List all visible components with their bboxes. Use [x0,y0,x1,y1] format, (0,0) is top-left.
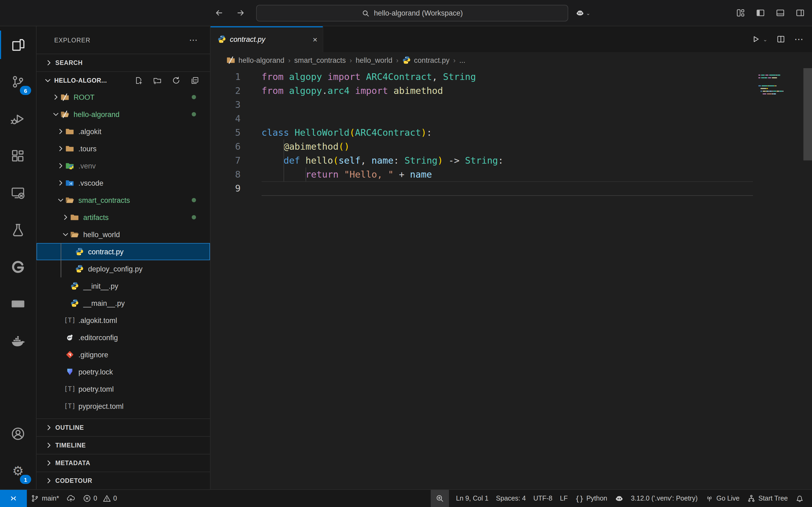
tree-item--init-py[interactable]: __init__.py [37,277,210,294]
breadcrumb-item[interactable]: smart_contracts [294,56,346,64]
tree-item-contract-py[interactable]: contract.py [37,243,210,260]
code-line-3 [261,98,812,112]
section-workspace[interactable]: HELLO-ALGOR... [37,72,210,89]
search-icon [361,9,370,17]
tab-contract-py[interactable]: contract.py × [210,26,323,52]
tree-item-deploy-config-py[interactable]: deploy_config.py [37,260,210,277]
zoom-status[interactable] [431,490,449,507]
activitybar-docker[interactable] [0,323,36,359]
language-mode[interactable]: {}Python [571,490,611,507]
collapse-all-icon[interactable] [191,76,199,84]
tree-item--algokit[interactable]: .algokit [37,123,210,140]
toggle-secondary-sidebar-icon[interactable] [796,9,805,17]
more-actions-icon[interactable]: ⋯ [189,35,198,45]
tree-item-smart-contracts[interactable]: smart_contracts [37,191,210,209]
code-line-1: from algopy import ARC4Contract, String [261,70,812,84]
new-folder-icon[interactable] [153,76,162,84]
tree-hierarchy-icon [747,494,756,503]
tree-item-poetry-toml[interactable]: [T]poetry.toml [37,380,210,398]
breadcrumb-item[interactable]: contract.py [402,56,450,64]
activitybar-algokit[interactable] [0,248,36,285]
tree-item-poetry-lock[interactable]: poetry.lock [37,363,210,380]
scrollbar[interactable] [803,68,812,160]
notifications[interactable] [792,490,808,507]
code-editor[interactable]: 123456789 from algopy import ARC4Contrac… [210,68,812,489]
section-label: SEARCH [55,60,83,66]
forward-arrow-icon[interactable] [236,9,245,17]
git-branch[interactable]: main* [27,490,63,507]
tab-bar: contract.py × ⌄ ⋯ [210,26,812,52]
tree-item--venv[interactable]: .venv [37,157,210,174]
toggle-primary-sidebar-icon[interactable] [756,9,765,17]
tree-item-hello-world[interactable]: hello_world [37,226,210,243]
tree-item--main-py[interactable]: __main__.py [37,294,210,312]
section-search[interactable]: SEARCH [37,54,210,72]
chevron-spacer [61,299,70,307]
python-interpreter[interactable]: 3.12.0 ('.venv': Poetry) [627,490,701,507]
activitybar-run-and-debug[interactable] [0,100,36,137]
activitybar-source-control[interactable]: 6 [0,63,36,100]
tree-item-root[interactable]: ROOT [37,89,210,106]
chevron-spacer [56,333,65,342]
breadcrumb-item[interactable]: hello-algorand [226,56,284,64]
publish-changes[interactable] [63,490,79,507]
split-editor-icon[interactable] [776,35,785,44]
customize-layout-icon[interactable] [736,9,745,17]
end-of-line[interactable]: LF [556,490,571,507]
section-timeline[interactable]: TIMELINE [37,436,210,454]
encoding[interactable]: UTF-8 [529,490,556,507]
chevron-right-icon [45,58,53,67]
tree-item-pyproject-toml[interactable]: [T]pyproject.toml [37,398,210,415]
tree-item--gitignore[interactable]: .gitignore [37,346,210,363]
command-center[interactable]: hello-algorand (Workspace) [256,5,568,21]
remote-indicator[interactable] [0,490,27,507]
toml-icon: [T] [65,385,74,393]
more-actions-icon[interactable]: ⋯ [794,34,803,45]
close-icon[interactable]: × [313,35,317,44]
activitybar-remote-explorer[interactable] [0,174,36,211]
back-arrow-icon[interactable] [215,9,223,17]
run-button-icon[interactable] [751,35,760,44]
activitybar-settings[interactable]: ⚙1 [0,452,36,489]
section-codetour[interactable]: CODETOUR [37,471,210,489]
new-file-icon[interactable] [134,76,143,84]
start-tree[interactable]: Start Tree [743,490,792,507]
copilot-menu[interactable]: ⌄ [576,0,591,26]
toggle-panel-icon[interactable] [776,9,784,17]
code-lines: from algopy import ARC4Contract, Stringf… [252,68,812,489]
activitybar-accounts[interactable] [0,415,36,452]
breadcrumb-separator: › [396,56,399,64]
file-label: .gitignore [79,351,108,359]
tree-item-artifacts[interactable]: artifacts [37,209,210,226]
breadcrumb-label: hello-algorand [239,56,284,64]
go-live[interactable]: Go Live [701,490,743,507]
chevron-right-icon [52,93,61,101]
git-modified-dot [192,198,196,202]
activitybar-dotenv[interactable]: .ENV [0,285,36,323]
tree-item-hello-algorand[interactable]: hello-algorand [37,106,210,123]
breadcrumb-item[interactable]: hello_world [356,56,393,64]
indentation[interactable]: Spaces: 4 [492,490,529,507]
breadcrumb-item[interactable]: ... [459,56,466,64]
tree-item--vscode[interactable]: .vscode [37,174,210,191]
activitybar-testing[interactable] [0,211,36,248]
tree-item--tours[interactable]: .tours [37,140,210,157]
zoom-icon [436,494,444,503]
section-metadata[interactable]: METADATA [37,454,210,471]
activitybar-extensions[interactable] [0,137,36,174]
tree-item--algokit-toml[interactable]: [T].algokit.toml [37,312,210,329]
copilot-status[interactable] [611,490,627,507]
tree-item--editorconfig[interactable]: .editorconfig [37,329,210,346]
breadcrumb-separator: › [288,56,291,64]
problems-status[interactable]: 00 [79,490,121,507]
svg-text:.ENV: .ENV [13,302,23,306]
section-outline[interactable]: OUTLINE [37,418,210,436]
cursor-position[interactable]: Ln 9, Col 1 [452,490,492,507]
braces-icon: {} [575,494,583,502]
folder-root-open-icon [61,110,69,119]
tree-item-readme-md[interactable]: README.md [37,415,210,418]
refresh-icon[interactable] [172,76,181,84]
run-dropdown-icon[interactable]: ⌄ [763,36,767,42]
file-label: deploy_config.py [88,265,143,273]
activitybar-explorer[interactable] [0,26,36,63]
